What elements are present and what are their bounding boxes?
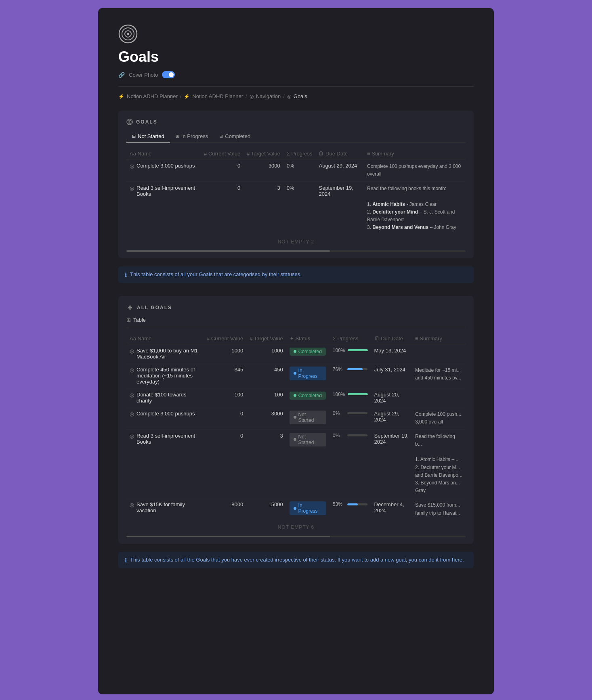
ag-status: In Progress xyxy=(286,498,330,520)
ag-due-date: August 20, 2024 xyxy=(371,388,412,407)
all-goals-table-row[interactable]: ◎ Donate $100 towards charity 100 100 Co… xyxy=(126,388,466,407)
ag-row-icon: ◎ xyxy=(130,392,134,398)
bc-sep-2: / xyxy=(246,93,247,99)
tab-not-started-label: Not Started xyxy=(138,133,164,139)
all-goals-table-row[interactable]: ◎ Complete 3,000 pushups 0 3000 Not Star… xyxy=(126,407,466,429)
all-goals-info-text: This table consists of all the Goals tha… xyxy=(130,557,464,563)
ag-target-val: 450 xyxy=(246,363,286,388)
cover-photo-row: 🔗 Cover Photo xyxy=(118,71,474,78)
all-goals-scroll-indicator[interactable] xyxy=(126,536,466,537)
ag-row-name: Read 3 self-improvement Books xyxy=(136,433,200,445)
ag-summary: Save $15,000 from... family trip to Hawa… xyxy=(412,498,466,520)
ag-progress: 100% xyxy=(330,344,371,363)
ag-row-icon: ◎ xyxy=(130,502,134,508)
status-dot xyxy=(294,372,296,375)
tab-completed[interactable]: ⊞ Completed xyxy=(214,131,256,143)
all-goals-section-title: ALL GOALS xyxy=(137,305,172,310)
col-name: Aa Name xyxy=(126,148,201,159)
progress-bar-bg xyxy=(348,393,368,395)
all-goals-table-row[interactable]: ◎ Save $1,000 to buy an M1 MacBook Air 1… xyxy=(126,344,466,363)
goal-summary: Complete 100 pushups everyday and 3,000 … xyxy=(364,159,466,182)
ag-name-cell: ◎ Complete 3,000 pushups xyxy=(126,407,204,429)
view-selector[interactable]: ⊞ Table xyxy=(126,317,466,327)
svg-point-6 xyxy=(129,122,130,123)
goals-table-row[interactable]: ◎ Complete 3,000 pushups 0 3000 0% Augus… xyxy=(126,159,466,182)
goal-row-name: Read 3 self-improvement Books xyxy=(136,185,197,197)
svg-point-7 xyxy=(129,307,131,308)
bc-label-4: Goals xyxy=(294,93,307,99)
ag-progress-label: 76% xyxy=(333,367,345,372)
status-label: Not Started xyxy=(298,412,322,423)
goals-section-header: GOALS xyxy=(126,119,466,125)
ag-due-date: July 31, 2024 xyxy=(371,363,412,388)
progress-bar-fill xyxy=(347,503,358,505)
bc-label-2[interactable]: Notion ADHD Planner xyxy=(192,93,243,99)
ag-current-val: 8000 xyxy=(204,498,246,520)
progress-bar-fill xyxy=(347,368,363,370)
bc-label-3[interactable]: Navigation xyxy=(256,93,281,99)
ag-current-val: 0 xyxy=(204,429,246,498)
status-label: In Progress xyxy=(298,368,322,379)
goals-not-empty: NOT EMPTY 2 xyxy=(126,235,466,246)
status-dot xyxy=(294,507,296,510)
status-label: Not Started xyxy=(298,434,322,445)
status-dot xyxy=(294,438,296,441)
goals-scroll-thumb xyxy=(126,250,330,252)
progress-bar-bg xyxy=(347,368,367,370)
status-label: Completed xyxy=(298,349,322,354)
ag-progress: 0% xyxy=(330,429,371,498)
goals-table-row[interactable]: ◎ Read 3 self-improvement Books 0 3 0% S… xyxy=(126,182,466,235)
all-goals-table-row[interactable]: ◎ Save $15K for family vacation 8000 150… xyxy=(126,498,466,520)
table-view-icon: ⊞ xyxy=(126,317,131,323)
ag-status: Not Started xyxy=(286,407,330,429)
all-goals-section-header: ALL GOALS xyxy=(126,304,466,311)
all-goals-table: Aa Name # Current Value # Target Value ✦… xyxy=(126,333,466,520)
bc-label-1[interactable]: Notion ADHD Planner xyxy=(127,93,178,99)
status-badge: Completed xyxy=(290,392,326,400)
all-goals-table-header: Aa Name # Current Value # Target Value ✦… xyxy=(126,333,466,344)
ag-progress-label: 100% xyxy=(333,392,345,397)
goal-name-cell: ◎ Complete 3,000 pushups xyxy=(126,159,201,182)
goal-current-val: 0 xyxy=(201,159,244,182)
status-dot xyxy=(294,394,296,397)
bc-sep-3: / xyxy=(283,93,285,99)
ag-summary xyxy=(412,344,466,363)
progress-bar-bg xyxy=(347,503,367,505)
all-goals-table-row[interactable]: ◎ Read 3 self-improvement Books 0 3 Not … xyxy=(126,429,466,498)
ag-status: Completed xyxy=(286,388,330,407)
all-goals-table-row[interactable]: ◎ Complete 450 minutes of meditation (~1… xyxy=(126,363,466,388)
ag-status: Not Started xyxy=(286,429,330,498)
ag-status: In Progress xyxy=(286,363,330,388)
page-wrapper: Goals 🔗 Cover Photo ⚡ Notion ADHD Planne… xyxy=(98,8,494,694)
cover-photo-toggle[interactable] xyxy=(162,71,175,78)
ag-col-progress: Σ Progress xyxy=(330,333,371,344)
ag-target-val: 3000 xyxy=(246,407,286,429)
breadcrumb: ⚡ Notion ADHD Planner / ⚡ Notion ADHD Pl… xyxy=(118,93,474,99)
ag-current-val: 1000 xyxy=(204,344,246,363)
ag-current-val: 100 xyxy=(204,388,246,407)
progress-bar-fill xyxy=(348,349,368,351)
goals-tabs-row: ⊞ Not Started ⊞ In Progress ⊞ Completed xyxy=(126,131,466,143)
ag-target-val: 15000 xyxy=(246,498,286,520)
tab-completed-icon: ⊞ xyxy=(219,134,223,139)
status-label: Completed xyxy=(298,393,322,398)
ag-row-icon: ◎ xyxy=(130,367,134,373)
bc-sep-1: / xyxy=(180,93,182,99)
tab-in-progress[interactable]: ⊞ In Progress xyxy=(170,131,214,143)
all-goals-scroll-thumb xyxy=(126,536,330,537)
ag-row-name: Donate $100 towards charity xyxy=(136,392,200,404)
goals-scroll-indicator[interactable] xyxy=(126,250,466,252)
ag-row-icon: ◎ xyxy=(130,433,134,439)
link-icon: 🔗 xyxy=(118,72,125,78)
bc-icon-3: ◎ xyxy=(250,94,254,99)
ag-progress: 0% xyxy=(330,407,371,429)
tab-not-started[interactable]: ⊞ Not Started xyxy=(126,131,170,143)
ag-target-val: 1000 xyxy=(246,344,286,363)
ag-row-icon: ◎ xyxy=(130,411,134,417)
goal-due-date: August 29, 2024 xyxy=(315,159,364,182)
col-summary: ≡ Summary xyxy=(364,148,466,159)
ag-progress-label: 0% xyxy=(333,433,345,438)
col-current-value: # Current Value xyxy=(201,148,244,159)
status-badge: In Progress xyxy=(290,367,326,380)
ag-progress: 76% xyxy=(330,363,371,388)
